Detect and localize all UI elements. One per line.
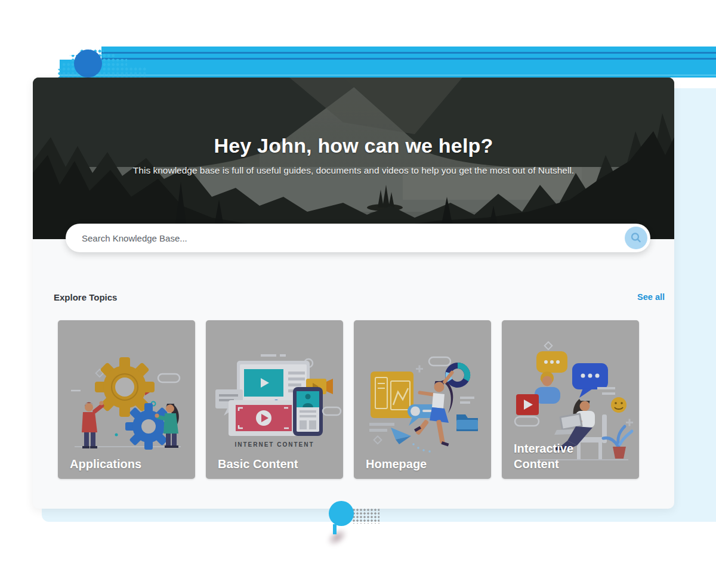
search-icon xyxy=(629,231,643,245)
topic-card-applications[interactable]: Applications xyxy=(58,320,195,479)
search-input[interactable] xyxy=(81,233,625,244)
topic-card-homepage[interactable]: Homepage xyxy=(354,320,491,479)
search-bar xyxy=(66,224,650,252)
hero-subtitle: This knowledge base is full of useful gu… xyxy=(33,165,674,176)
bottom-accent-circle xyxy=(329,501,354,526)
section-title: Explore Topics xyxy=(54,292,117,302)
hero-title: Hey John, how can we help? xyxy=(33,134,674,157)
card-label: Applications xyxy=(70,456,141,472)
bottom-circle-stem xyxy=(333,524,337,534)
card-label: Interactive Content xyxy=(514,441,603,472)
topic-card-interactive-content[interactable]: Interactive Content xyxy=(502,320,639,479)
halftone-dots-bottom xyxy=(352,508,379,524)
homepage-illustration xyxy=(354,320,491,479)
applications-illustration xyxy=(58,320,195,479)
hero-banner: Hey John, how can we help? This knowledg… xyxy=(33,78,674,239)
hero-landscape-image xyxy=(33,78,674,239)
basic-content-illustration xyxy=(206,320,343,479)
card-label: Homepage xyxy=(366,456,427,472)
see-all-link[interactable]: See all xyxy=(637,292,665,302)
accent-circle xyxy=(74,49,102,78)
topic-card-basic-content[interactable]: INTERNET CONTENT Basic Content xyxy=(206,320,343,479)
top-accent-stripes xyxy=(101,47,716,60)
card-label: Basic Content xyxy=(218,456,298,472)
top-accent-bar xyxy=(60,60,716,78)
topic-cards-row: Applications xyxy=(58,320,639,479)
card-kicker: INTERNET CONTENT xyxy=(206,441,343,448)
search-button[interactable] xyxy=(625,227,647,249)
